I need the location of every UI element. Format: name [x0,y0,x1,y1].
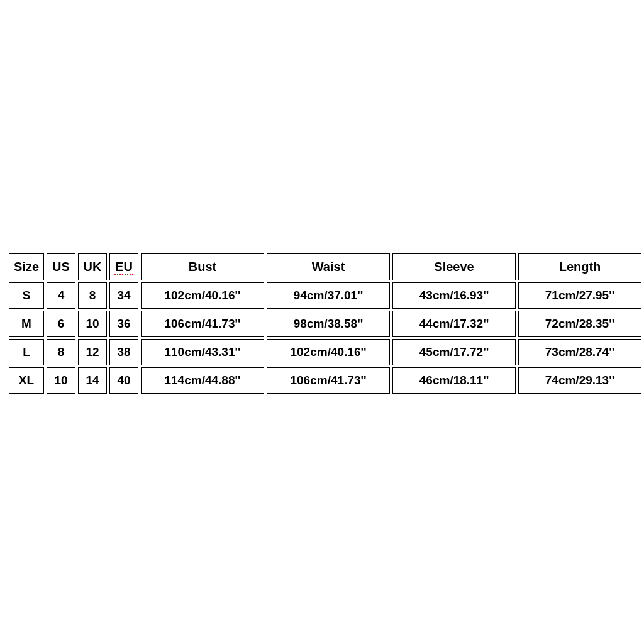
cell-waist: 94cm/37.01'' [267,282,390,309]
size-chart-container: Size US UK EU Bust Waist Sleeve Length S… [6,252,638,396]
cell-us: 10 [47,367,75,394]
cell-sleeve: 43cm/16.93'' [392,282,516,309]
cell-length: 71cm/27.95'' [518,282,641,309]
header-size: Size [9,253,44,280]
cell-length: 74cm/29.13'' [518,367,641,394]
cell-waist: 102cm/40.16'' [267,339,390,365]
cell-uk: 8 [78,282,107,309]
cell-us: 6 [47,311,75,337]
cell-waist: 106cm/41.73'' [267,367,390,394]
cell-bust: 110cm/43.31'' [141,339,264,365]
table-row: XL 10 14 40 114cm/44.88'' 106cm/41.73'' … [9,367,641,394]
table-row: S 4 8 34 102cm/40.16'' 94cm/37.01'' 43cm… [9,282,641,309]
cell-eu: 38 [109,339,138,365]
cell-bust: 102cm/40.16'' [141,282,264,309]
cell-waist: 98cm/38.58'' [267,311,390,337]
cell-size: L [9,339,44,365]
cell-sleeve: 46cm/18.11'' [392,367,516,394]
header-length: Length [518,253,641,280]
cell-us: 4 [47,282,75,309]
cell-eu: 36 [109,311,138,337]
cell-eu: 40 [109,367,138,394]
cell-size: XL [9,367,44,394]
cell-uk: 12 [78,339,107,365]
cell-sleeve: 45cm/17.72'' [392,339,516,365]
header-row: Size US UK EU Bust Waist Sleeve Length [9,253,641,280]
table-row: L 8 12 38 110cm/43.31'' 102cm/40.16'' 45… [9,339,641,365]
cell-length: 72cm/28.35'' [518,311,641,337]
header-waist: Waist [267,253,390,280]
cell-size: M [9,311,44,337]
cell-sleeve: 44cm/17.32'' [392,311,516,337]
cell-uk: 14 [78,367,107,394]
header-sleeve: Sleeve [392,253,516,280]
header-eu-label: EU [115,260,133,274]
cell-length: 73cm/28.74'' [518,339,641,365]
size-chart-table: Size US UK EU Bust Waist Sleeve Length S… [6,252,644,396]
cell-us: 8 [47,339,75,365]
cell-bust: 114cm/44.88'' [141,367,264,394]
header-us: US [47,253,75,280]
cell-uk: 10 [78,311,107,337]
header-uk: UK [78,253,107,280]
cell-eu: 34 [109,282,138,309]
table-row: M 6 10 36 106cm/41.73'' 98cm/38.58'' 44c… [9,311,641,337]
cell-bust: 106cm/41.73'' [141,311,264,337]
header-bust: Bust [141,253,264,280]
header-eu: EU [109,253,138,280]
cell-size: S [9,282,44,309]
